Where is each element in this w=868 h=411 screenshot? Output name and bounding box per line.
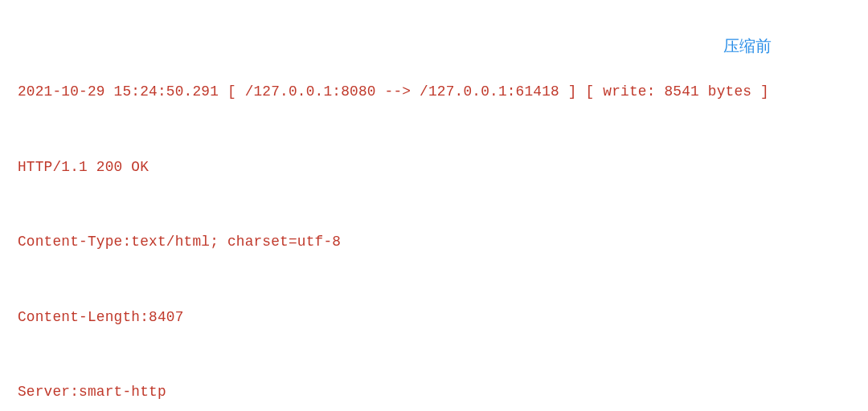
log-block-before: 压缩前 2021-10-29 15:24:50.291 [ /127.0.0.1… (0, 0, 868, 411)
log-line: 2021-10-29 15:24:50.291 [ /127.0.0.1:808… (18, 79, 854, 104)
log-line: HTTP/1.1 200 OK (18, 155, 854, 180)
log-line: Server:smart-http (18, 380, 854, 405)
annotation-before: 压缩前 (723, 32, 772, 60)
log-line: Content-Type:text/html; charset=utf-8 (18, 230, 854, 254)
log-line: Content-Length:8407 (18, 305, 854, 330)
